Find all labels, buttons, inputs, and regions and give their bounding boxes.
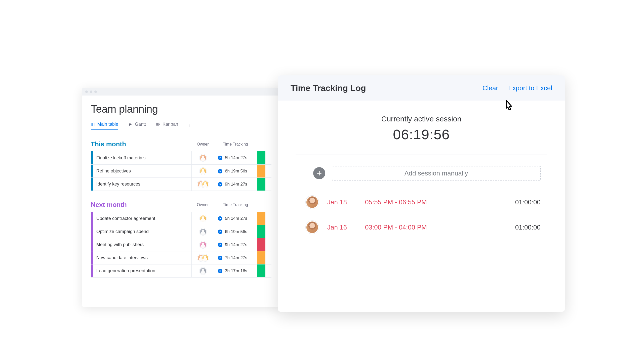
add-session-manually-button[interactable]: Add session manually: [332, 166, 541, 180]
kanban-icon: [156, 122, 160, 127]
owner-cell[interactable]: [191, 212, 214, 225]
active-session-label: Currently active session: [278, 115, 565, 123]
status-cell[interactable]: [257, 251, 265, 264]
avatar: [306, 221, 319, 234]
session-duration: 01:00:00: [500, 223, 541, 231]
play-icon[interactable]: [218, 243, 222, 247]
time-tracking-value: 9h 14m 27s: [225, 242, 247, 247]
session-log-row[interactable]: Jan 1603:00 PM - 04:00 PM01:00:00: [278, 215, 565, 240]
tab-label: Main table: [97, 122, 118, 127]
status-cell[interactable]: [257, 264, 265, 277]
time-tracking-value: 9h 14m 27s: [225, 182, 247, 187]
svg-rect-6: [156, 123, 157, 125]
task-name-cell[interactable]: Identify key resources: [93, 178, 191, 191]
avatar[interactable]: [199, 215, 207, 222]
table-row[interactable]: Meeting with publishers9h 14m 27s: [91, 238, 271, 251]
table-row[interactable]: Identify key resources9h 14m 27s: [91, 177, 271, 191]
status-cell[interactable]: [257, 165, 265, 177]
table-row[interactable]: Finalize kickoff materials5h 14m 27s: [91, 151, 271, 164]
task-name-cell[interactable]: Meeting with publishers: [93, 238, 191, 251]
export-to-excel-button[interactable]: Export to Excel: [508, 84, 552, 92]
owner-cell[interactable]: [191, 264, 214, 277]
avatar[interactable]: [199, 228, 207, 235]
avatar[interactable]: [199, 168, 207, 175]
column-time-tracking: Time Tracking: [214, 142, 257, 147]
owner-cell[interactable]: [191, 251, 214, 264]
task-name-cell[interactable]: Optimize campaign spend: [93, 225, 191, 238]
column-owner: Owner: [191, 142, 214, 147]
table-row[interactable]: New candidate interviews7h 14m 27s: [91, 251, 271, 264]
avatar[interactable]: [199, 267, 207, 275]
table-row[interactable]: Refine objectives6h 19m 56s: [91, 164, 271, 177]
play-icon[interactable]: [218, 182, 222, 187]
owner-cell[interactable]: [191, 165, 214, 177]
time-tracking-value: 5h 14m 27s: [225, 155, 247, 160]
play-icon[interactable]: [218, 256, 222, 260]
add-session-plus-button[interactable]: [313, 167, 325, 179]
session-date: Jan 18: [327, 198, 365, 206]
owner-cell[interactable]: [191, 151, 214, 164]
task-name-cell[interactable]: Finalize kickoff materials: [93, 151, 191, 164]
task-name: Finalize kickoff materials: [96, 155, 146, 161]
tab-main-table[interactable]: Main table: [91, 122, 118, 130]
status-cell[interactable]: [257, 178, 265, 191]
avatar[interactable]: [202, 181, 209, 188]
status-cell[interactable]: [257, 151, 265, 164]
group-title[interactable]: This month: [91, 140, 191, 148]
avatar[interactable]: [199, 241, 207, 248]
clear-button[interactable]: Clear: [482, 84, 498, 92]
task-name-cell[interactable]: Update contractor agreement: [93, 212, 191, 225]
status-cell[interactable]: [257, 212, 265, 225]
window-titlebar: [82, 88, 280, 96]
tab-kanban[interactable]: Kanban: [156, 122, 178, 130]
owner-cell[interactable]: [191, 225, 214, 238]
time-tracking-cell[interactable]: 5h 14m 27s: [214, 212, 257, 225]
avatar[interactable]: [202, 254, 209, 261]
table-row[interactable]: Lead generation presentation3h 17m 16s: [91, 264, 271, 277]
session-log-row[interactable]: Jan 1805:55 PM - 06:55 PM01:00:00: [278, 190, 565, 215]
play-icon[interactable]: [218, 156, 222, 160]
table-row[interactable]: Update contractor agreement5h 14m 27s: [91, 212, 271, 225]
task-name-cell[interactable]: Lead generation presentation: [93, 264, 191, 277]
panel-header: Time Tracking Log Clear Export to Excel: [278, 75, 565, 101]
time-tracking-cell[interactable]: 5h 14m 27s: [214, 151, 257, 164]
avatar[interactable]: [199, 154, 207, 161]
time-tracking-value: 5h 14m 27s: [225, 216, 247, 221]
play-icon[interactable]: [218, 269, 222, 273]
status-cell[interactable]: [257, 225, 265, 238]
time-tracking-panel: Time Tracking Log Clear Export to Excel …: [278, 75, 565, 312]
time-tracking-cell[interactable]: 6h 19m 56s: [214, 225, 257, 238]
view-tabs: Main table Gantt Kanban +: [91, 122, 271, 130]
avatar: [306, 196, 319, 209]
table-icon: [91, 122, 95, 127]
task-name: New candidate interviews: [96, 255, 148, 260]
time-tracking-cell[interactable]: 9h 14m 27s: [214, 178, 257, 191]
task-name-cell[interactable]: Refine objectives: [93, 165, 191, 177]
play-icon[interactable]: [218, 216, 222, 221]
time-tracking-cell[interactable]: 6h 19m 56s: [214, 165, 257, 177]
session-time-range: 05:55 PM - 06:55 PM: [365, 198, 500, 206]
divider: [296, 155, 547, 155]
owner-cell[interactable]: [191, 238, 214, 251]
time-tracking-value: 6h 19m 56s: [225, 229, 247, 234]
add-view-button[interactable]: +: [188, 123, 191, 129]
time-tracking-cell[interactable]: 9h 14m 27s: [214, 238, 257, 251]
table-row[interactable]: Optimize campaign spend6h 19m 56s: [91, 225, 271, 238]
svg-rect-7: [158, 123, 159, 126]
play-icon[interactable]: [218, 169, 222, 173]
task-name: Lead generation presentation: [96, 268, 155, 274]
time-tracking-value: 7h 14m 27s: [225, 255, 247, 260]
status-cell[interactable]: [257, 238, 265, 251]
tab-gantt[interactable]: Gantt: [128, 122, 146, 130]
group-color-bar: [91, 212, 93, 225]
task-name-cell[interactable]: New candidate interviews: [93, 251, 191, 264]
play-icon[interactable]: [218, 230, 222, 234]
svg-rect-0: [91, 123, 95, 126]
group-color-bar: [91, 264, 93, 277]
time-tracking-cell[interactable]: 3h 17m 16s: [214, 264, 257, 277]
owner-cell[interactable]: [191, 178, 214, 191]
group-title[interactable]: Next month: [91, 201, 191, 209]
group-color-bar: [91, 165, 93, 177]
task-name: Meeting with publishers: [96, 242, 144, 247]
time-tracking-cell[interactable]: 7h 14m 27s: [214, 251, 257, 264]
